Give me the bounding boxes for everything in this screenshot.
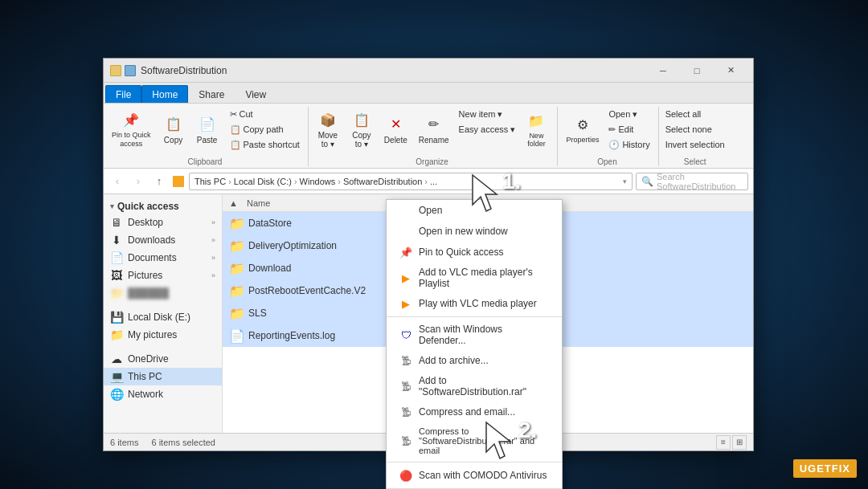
ctx-sep-2 [387,462,562,463]
easy-access-button[interactable]: Easy access ▾ [456,122,519,137]
sidebar-item-mypictures[interactable]: 📁 My pictures [104,326,222,344]
quick-access-header[interactable]: ▾ Quick access [104,198,222,214]
ctx-pin-quick-access[interactable]: 📌 Pin to Quick access [387,242,562,263]
rename-label: Rename [419,136,449,145]
minimize-button[interactable]: ─ [647,63,679,79]
sidebar-item-network[interactable]: 🌐 Network [104,385,222,403]
tab-home[interactable]: Home [141,85,188,103]
tab-share[interactable]: Share [188,85,235,103]
localdisk-label: Local Disk (E:) [128,312,190,323]
downloads-icon: ⬇ [110,234,123,247]
tab-view[interactable]: View [235,85,276,103]
localdisk-icon: 💾 [110,311,123,324]
ctx-add-rar[interactable]: 🗜 Add to "SoftwareDistribution.rar" [387,371,562,401]
path-softwaredistribution[interactable]: SoftwareDistribution [343,177,422,186]
path-thispc[interactable]: This PC [194,177,226,186]
sidebar-item-downloads[interactable]: ⬇ Downloads » [104,231,222,249]
documents-label: Documents [128,252,177,263]
sidebar-item-localdisk-e[interactable]: 💾 Local Disk (E:) [104,308,222,326]
ribbon-group-select: Select all Select none Invert selection … [662,107,733,166]
desktop-icon: 🖥 [110,216,123,229]
open-btn[interactable]: Open ▾ [605,107,653,121]
open-label: Open [597,157,616,166]
history-button[interactable]: 🕐 History [605,137,653,152]
search-box[interactable]: 🔍 Search SoftwareDistribution [636,173,748,190]
sidebar-item-desktop[interactable]: 🖥 Desktop » [104,214,222,231]
mypictures-icon: 📁 [110,328,123,341]
copy-button[interactable]: 📋 Copy [158,107,190,152]
copy-to-button[interactable]: 📋 Copyto ▾ [346,107,378,152]
path-localdisk[interactable]: Local Disk (C:) [234,177,292,186]
path-ellipsis[interactable]: ... [430,177,437,186]
close-button[interactable]: ✕ [714,63,747,79]
ctx-open-new-window[interactable]: Open in new window [387,221,562,242]
cut-label: Cut [240,109,253,119]
sidebar-item-onedrive[interactable]: ☁ OneDrive [104,350,222,368]
copy-to-icon: 📋 [352,110,371,129]
details-view-icon[interactable]: ≡ [716,435,731,450]
documents-arrow: » [211,254,215,262]
select-all-button[interactable]: Select all [662,107,728,121]
ctx-defender[interactable]: 🛡 Scan with Windows Defender... [387,320,562,350]
sidebar-item-thispc[interactable]: 💻 This PC [104,368,222,385]
paste-shortcut-button[interactable]: 📋 Paste shortcut [227,137,303,152]
new-folder-button[interactable]: 📁 Newfolder [520,107,552,152]
sidebar-item-pictures[interactable]: 🖼 Pictures » [104,267,222,284]
delete-button[interactable]: ✕ Delete [379,107,412,152]
onedrive-label: OneDrive [128,353,169,365]
ctx-vlc-playlist[interactable]: ▶ Add to VLC media player's Playlist [387,263,562,293]
pin-to-quick-access-button[interactable]: 📌 Pin to Quickaccess [107,107,156,152]
watermark: UGETFIX [793,459,857,478]
large-icons-view-icon[interactable]: ⊞ [732,435,747,450]
select-buttons: Select all Select none Invert selection [662,107,728,156]
ctx-pin-label: Pin to Quick access [419,247,503,258]
ctx-comodo[interactable]: 🔴 Scan with COMODO Antivirus [387,465,562,486]
ctx-vlc-playlist-icon: ▶ [399,271,412,284]
select-none-button[interactable]: Select none [662,122,728,137]
edit-button[interactable]: ✏ Edit [605,122,653,137]
ctx-compress-rar-email-icon: 🗜 [399,434,412,447]
title-bar-extras [110,65,136,76]
ribbon-tabs: File Home Share View [104,83,753,104]
path-windows[interactable]: Windows [300,177,336,186]
sidebar-item-documents[interactable]: 📄 Documents » [104,249,222,267]
forward-button[interactable]: › [129,173,147,190]
ctx-archive[interactable]: 🗜 Add to archive... [387,350,562,371]
open-label: Open ▾ [608,109,637,120]
clipboard-buttons: 📌 Pin to Quickaccess 📋 Copy 📄 Paste [107,107,303,156]
maximize-button[interactable]: □ [681,63,713,79]
ctx-open-label: Open [419,205,442,216]
quick-access-label: Quick access [117,201,179,212]
title-bar-controls: ─ □ ✕ [647,63,747,79]
up-button[interactable]: ↑ [150,173,168,190]
address-path[interactable]: This PC › Local Disk (C:) › Windows › So… [189,173,633,190]
sort-icon: ▲ [229,198,242,208]
search-icon: 🔍 [641,176,653,187]
copy-path-button[interactable]: 📋 Copy path [227,122,303,137]
sidebar-item-blurred-1[interactable]: 📁 ██████ [104,284,222,302]
selected-count: 6 items selected [151,438,215,447]
move-icon: 📦 [318,110,338,129]
tab-file[interactable]: File [105,85,141,103]
cut-button[interactable]: ✂ Cut [227,107,303,121]
path-dropdown[interactable]: ▾ [623,177,627,185]
paste-button[interactable]: 📄 Paste [191,107,223,152]
easy-access-label: Easy access ▾ [459,124,516,135]
sidebar: ▾ Quick access 🖥 Desktop » ⬇ Downloads »… [104,194,223,433]
properties-label: Properties [566,136,599,144]
copy-path-label: Copy path [244,124,284,134]
desktop-arrow: » [211,218,215,226]
new-item-button[interactable]: New item ▾ [456,107,519,121]
ctx-open[interactable]: Open [387,200,562,221]
back-button[interactable]: ‹ [108,173,126,190]
organize-buttons: 📦 Moveto ▾ 📋 Copyto ▾ ✕ Delete ✏ Rename [312,107,553,156]
rename-button[interactable]: ✏ Rename [414,107,454,152]
invert-selection-button[interactable]: Invert selection [662,137,728,152]
ctx-vlc-play[interactable]: ▶ Play with VLC media player [387,293,562,314]
network-icon: 🌐 [110,388,123,401]
clipboard-label: Clipboard [188,157,223,166]
ctx-archive-label: Add to archive... [419,355,489,366]
ctx-sep-1 [387,316,562,317]
move-to-button[interactable]: 📦 Moveto ▾ [312,107,344,152]
properties-button[interactable]: ⚙ Properties [561,107,604,152]
